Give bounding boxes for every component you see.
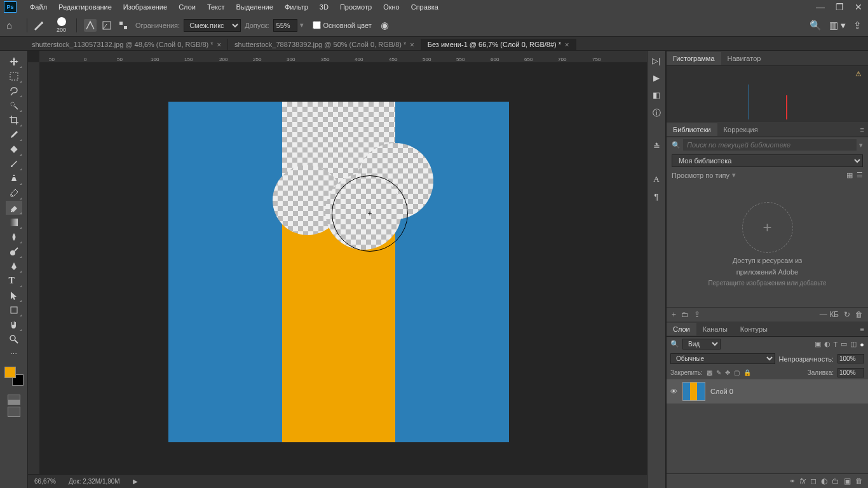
panel-icon[interactable]: ≛	[653, 142, 660, 151]
library-select[interactable]: Моя библиотека	[672, 154, 863, 167]
shape-tool[interactable]	[6, 303, 22, 317]
document-tab[interactable]: shutterstock_788738392.jpg @ 50% (Слой 0…	[228, 39, 421, 50]
tab-close-icon[interactable]: ×	[410, 41, 414, 48]
adjustment-layer-icon[interactable]: ◐	[821, 477, 827, 485]
warning-icon[interactable]: ⚠	[855, 70, 862, 78]
history-brush-tool[interactable]	[6, 186, 22, 200]
menu-select[interactable]: Выделение	[231, 3, 279, 11]
lasso-tool[interactable]	[6, 84, 22, 98]
zoom-level[interactable]: 66,67%	[34, 478, 56, 485]
menu-layers[interactable]: Слои	[173, 3, 201, 11]
lock-position-icon[interactable]: ✥	[725, 369, 730, 376]
protect-fg-checkbox[interactable]: Основной цвет	[313, 21, 372, 29]
tool-preset-picker[interactable]	[32, 18, 51, 33]
lock-pixels-icon[interactable]: ▩	[707, 369, 712, 376]
tab-histogram[interactable]: Гистограмма	[667, 52, 721, 65]
document-tab[interactable]: Без имени-1 @ 66,7% (Слой 0, RGB/8#) *×	[421, 39, 576, 50]
lock-artboard-icon[interactable]: ▢	[734, 369, 740, 376]
shape-filter-icon[interactable]: ▭	[841, 340, 847, 348]
tolerance-input[interactable]	[273, 19, 297, 32]
smart-filter-icon[interactable]: ◫	[850, 340, 857, 348]
menu-window[interactable]: Окно	[377, 3, 405, 11]
library-search-input[interactable]	[683, 139, 857, 151]
edit-toolbar-icon[interactable]: ⋯	[6, 347, 22, 361]
fill-input[interactable]	[837, 368, 864, 377]
pen-tool[interactable]	[6, 259, 22, 273]
color-swatches[interactable]	[4, 367, 24, 386]
visibility-eye-icon[interactable]: 👁	[670, 388, 677, 395]
menu-type[interactable]: Текст	[201, 3, 231, 11]
menu-filter[interactable]: Фильтр	[279, 3, 314, 11]
clone-stamp-tool[interactable]	[6, 172, 22, 186]
document-tab[interactable]: shutterstock_1130573132.jpg @ 48,6% (Сло…	[25, 39, 228, 50]
layer-row[interactable]: 👁 Слой 0	[667, 379, 868, 403]
search-icon[interactable]: 🔍	[810, 20, 822, 31]
list-view-icon[interactable]: ☰	[857, 171, 863, 179]
crop-tool[interactable]	[6, 113, 22, 127]
sampling-once-icon[interactable]	[100, 19, 113, 32]
layer-filter-kind[interactable]: Вид	[682, 339, 721, 349]
panel-icon[interactable]: ▶	[653, 73, 660, 83]
screen-mode-icon[interactable]	[8, 407, 20, 417]
marquee-tool[interactable]	[6, 69, 22, 83]
tab-adjustments[interactable]: Коррекция	[717, 123, 764, 136]
opacity-input[interactable]	[837, 354, 864, 363]
sync-icon[interactable]: ↻	[844, 310, 850, 319]
pixel-filter-icon[interactable]: ▣	[815, 340, 821, 348]
panel-icon[interactable]: ◧	[653, 90, 660, 100]
panel-icon[interactable]: ¶	[654, 192, 659, 201]
sampling-continuous-icon[interactable]	[84, 19, 97, 32]
menu-help[interactable]: Справка	[405, 3, 444, 11]
add-content-icon[interactable]: +	[742, 202, 793, 253]
menu-image[interactable]: Изображение	[118, 3, 173, 11]
layer-name[interactable]: Слой 0	[710, 388, 733, 395]
folder-icon[interactable]: 🗀	[681, 310, 689, 319]
delete-layer-icon[interactable]: 🗑	[855, 477, 863, 485]
link-layers-icon[interactable]: ⚭	[789, 477, 796, 485]
gradient-tool[interactable]	[6, 215, 22, 229]
brush-tool[interactable]	[6, 157, 22, 171]
quick-mask-icon[interactable]	[8, 395, 20, 405]
grid-view-icon[interactable]: ▦	[846, 171, 853, 179]
filter-toggle-icon[interactable]: ●	[860, 341, 864, 348]
window-restore-icon[interactable]: ❐	[830, 0, 849, 14]
layer-mask-icon[interactable]: ◻	[810, 477, 817, 485]
pressure-icon[interactable]: ◉	[381, 20, 389, 31]
menu-view[interactable]: Просмотр	[334, 3, 377, 11]
tab-navigator[interactable]: Навигатор	[721, 52, 768, 65]
type-tool[interactable]: T	[6, 274, 22, 288]
eraser-tool[interactable]	[6, 201, 22, 215]
lock-all-icon[interactable]: 🔒	[743, 369, 751, 376]
type-filter-icon[interactable]: T	[834, 341, 838, 348]
panel-icon[interactable]: ⓘ	[653, 107, 661, 119]
menu-edit[interactable]: Редактирование	[53, 3, 118, 11]
view-by-type-label[interactable]: Просмотр по типу	[672, 172, 729, 179]
window-close-icon[interactable]: ✕	[849, 0, 868, 14]
menu-file[interactable]: Файл	[24, 3, 53, 11]
workspace-switcher-icon[interactable]: ▥ ▾	[829, 20, 846, 31]
panel-icon[interactable]: A	[653, 174, 659, 184]
quick-select-tool[interactable]	[6, 98, 22, 112]
add-icon[interactable]: +	[672, 310, 676, 319]
dodge-tool[interactable]	[6, 245, 22, 259]
tab-layers[interactable]: Слои	[667, 323, 696, 336]
tab-paths[interactable]: Контуры	[734, 323, 774, 336]
statusbar-chevron-icon[interactable]: ▶	[133, 478, 138, 485]
tab-close-icon[interactable]: ×	[217, 41, 221, 48]
adjustment-filter-icon[interactable]: ◐	[824, 340, 831, 348]
blend-mode-select[interactable]: Обычные	[670, 353, 775, 364]
upload-icon[interactable]: ⇪	[694, 310, 700, 319]
trash-icon[interactable]: 🗑	[855, 310, 863, 319]
canvas-artboard[interactable]	[168, 102, 509, 442]
share-icon[interactable]: ⇪	[853, 20, 862, 31]
limits-select[interactable]: Смеж.пикс	[184, 19, 241, 32]
path-select-tool[interactable]	[6, 288, 22, 302]
canvas-area[interactable]: 50 0 50 100 150 200 250 300 350 400 450 …	[28, 51, 647, 488]
fg-color-swatch[interactable]	[4, 367, 16, 378]
zoom-tool[interactable]	[6, 332, 22, 346]
new-layer-icon[interactable]: ▣	[844, 477, 851, 485]
window-minimize-icon[interactable]: —	[811, 0, 830, 14]
group-icon[interactable]: 🗀	[832, 477, 839, 485]
tab-libraries[interactable]: Библиотеки	[667, 123, 717, 136]
lock-brush-icon[interactable]: ✎	[716, 369, 721, 376]
